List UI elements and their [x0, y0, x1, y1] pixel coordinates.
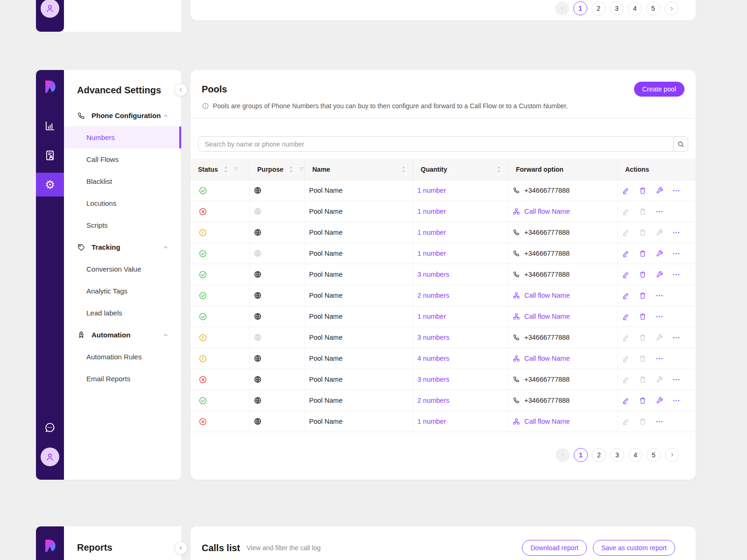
quantity-link[interactable]: 1 number [417, 208, 446, 215]
edit-action-icon[interactable] [622, 187, 630, 195]
wrench-action-icon[interactable] [655, 271, 663, 279]
more-action-icon[interactable] [672, 229, 680, 237]
chat-icon[interactable] [44, 421, 56, 434]
more-action-icon[interactable] [655, 355, 663, 363]
more-action-icon[interactable] [672, 334, 680, 342]
sidebar-section-phone-configuration[interactable]: Phone Configuration [64, 105, 181, 126]
download-report-button[interactable]: Download report [522, 540, 587, 556]
sidebar-section-tracking[interactable]: Tracking [64, 236, 181, 258]
sidebar-item-call-flows[interactable]: Call Flows [64, 148, 181, 170]
user-avatar[interactable] [41, 448, 59, 466]
delete-action-icon[interactable] [639, 397, 647, 405]
sidebar-collapse-button[interactable] [175, 84, 187, 96]
wrench-action-icon[interactable] [655, 187, 663, 195]
pagination-page-5[interactable]: 5 [647, 448, 661, 462]
quantity-link[interactable]: 4 numbers [417, 355, 450, 362]
quantity-link[interactable]: 3 numbers [417, 271, 450, 278]
delete-action-icon[interactable] [639, 292, 647, 300]
pagination-page-1[interactable]: 1 [574, 448, 588, 462]
delete-action-icon[interactable] [639, 187, 647, 195]
sort-icon[interactable] [289, 166, 293, 173]
delete-action-icon[interactable] [639, 271, 647, 279]
sidebar-item-analytic-tags[interactable]: Analytic Tags [64, 280, 181, 302]
more-action-icon[interactable] [655, 313, 663, 321]
sidebar-section-automation[interactable]: Automation [64, 324, 181, 346]
quantity-link[interactable]: 3 numbers [417, 376, 450, 383]
sidebar-item-blacklist[interactable]: Blacklist [64, 170, 181, 192]
pagination-page-4[interactable]: 4 [628, 1, 642, 15]
app-logo[interactable] [42, 538, 58, 554]
wrench-action-icon[interactable] [655, 334, 663, 342]
sidebar-item-lead-labels[interactable]: Lead labels [64, 302, 181, 324]
chevron-up-icon[interactable] [162, 332, 169, 338]
quantity-link[interactable]: 1 number [417, 187, 446, 194]
delete-action-icon[interactable] [639, 418, 647, 426]
pagination-page-3[interactable]: 3 [610, 1, 624, 15]
edit-action-icon[interactable] [622, 229, 630, 237]
save-as-custom-report-button[interactable]: Save as custom report [593, 540, 675, 556]
quantity-link[interactable]: 1 number [417, 250, 446, 257]
edit-action-icon[interactable] [622, 334, 630, 342]
pagination-page-3[interactable]: 3 [610, 448, 624, 462]
delete-action-icon[interactable] [639, 250, 647, 258]
more-action-icon[interactable] [655, 292, 663, 300]
edit-action-icon[interactable] [622, 250, 630, 258]
delete-action-icon[interactable] [639, 208, 647, 216]
more-action-icon[interactable] [655, 208, 663, 216]
create-pool-button[interactable]: Create pool [634, 82, 684, 97]
edit-action-icon[interactable] [622, 313, 630, 321]
sidebar-item-email-reports[interactable]: Email Reports [64, 368, 181, 390]
user-avatar[interactable] [41, 0, 59, 18]
contact-report-icon[interactable] [44, 149, 56, 161]
wrench-action-icon[interactable] [655, 397, 663, 405]
more-action-icon[interactable] [672, 250, 680, 258]
chevron-up-icon[interactable] [162, 112, 169, 119]
quantity-link[interactable]: 2 numbers [417, 397, 450, 404]
search-button[interactable] [674, 136, 688, 152]
sort-icon[interactable] [224, 166, 228, 173]
more-action-icon[interactable] [672, 397, 680, 405]
delete-action-icon[interactable] [639, 376, 647, 384]
quantity-link[interactable]: 3 numbers [417, 334, 450, 341]
edit-action-icon[interactable] [622, 292, 630, 300]
edit-action-icon[interactable] [622, 355, 630, 363]
more-action-icon[interactable] [672, 187, 680, 195]
filter-icon[interactable] [299, 167, 304, 172]
pagination-page-2[interactable]: 2 [592, 448, 606, 462]
delete-action-icon[interactable] [639, 334, 647, 342]
wrench-action-icon[interactable] [655, 229, 663, 237]
sort-icon[interactable] [497, 166, 501, 173]
pagination-page-5[interactable]: 5 [646, 1, 660, 15]
sidebar-collapse-button[interactable] [175, 542, 187, 554]
quantity-link[interactable]: 2 numbers [417, 292, 450, 299]
forward-option-cell[interactable]: Call flow Name [508, 285, 617, 306]
more-action-icon[interactable] [655, 418, 663, 426]
edit-action-icon[interactable] [622, 418, 630, 426]
forward-option-cell[interactable]: Call flow Name [508, 411, 617, 432]
sidebar-item-automation-rules[interactable]: Automation Rules [64, 346, 181, 368]
edit-action-icon[interactable] [622, 376, 630, 384]
pagination-page-2[interactable]: 2 [592, 1, 606, 15]
sidebar-item-scripts[interactable]: Scripts [64, 214, 181, 236]
app-logo[interactable] [42, 78, 58, 95]
quantity-link[interactable]: 1 number [417, 418, 446, 425]
search-input[interactable] [198, 136, 674, 152]
delete-action-icon[interactable] [639, 355, 647, 363]
filter-icon[interactable] [233, 167, 239, 172]
sidebar-item-numbers[interactable]: Numbers [64, 126, 181, 148]
more-action-icon[interactable] [672, 376, 680, 384]
edit-action-icon[interactable] [622, 397, 630, 405]
forward-option-cell[interactable]: Call flow Name [508, 306, 617, 327]
forward-option-cell[interactable]: Call flow Name [508, 348, 617, 369]
chevron-up-icon[interactable] [162, 244, 169, 251]
wrench-action-icon[interactable] [655, 250, 663, 258]
pagination-page-1[interactable]: 1 [573, 1, 587, 15]
more-action-icon[interactable] [672, 271, 680, 279]
quantity-link[interactable]: 1 number [417, 229, 446, 236]
delete-action-icon[interactable] [639, 229, 647, 237]
edit-action-icon[interactable] [622, 271, 630, 279]
sidebar-item-conversion-value[interactable]: Conversion Value [64, 258, 181, 280]
edit-action-icon[interactable] [622, 208, 630, 216]
delete-action-icon[interactable] [639, 313, 647, 321]
pagination-page-4[interactable]: 4 [628, 448, 642, 462]
